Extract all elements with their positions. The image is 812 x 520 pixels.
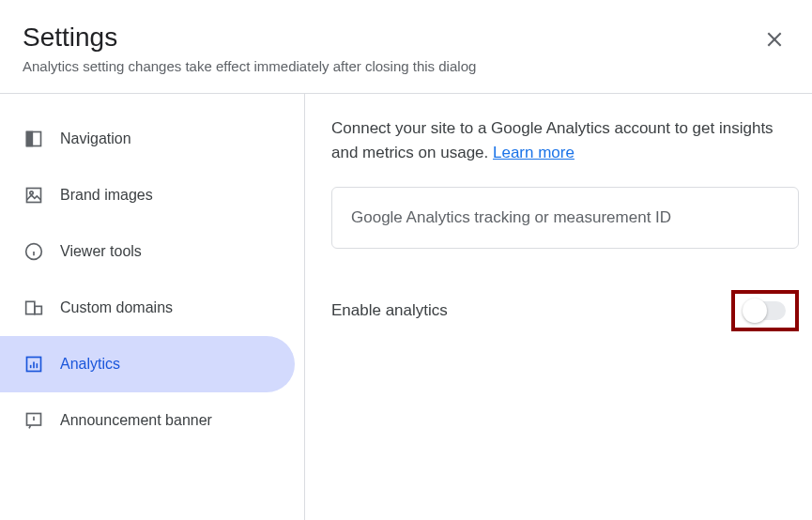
sidebar: Navigation Brand images Viewer tools Cus… xyxy=(0,94,305,520)
sidebar-item-brand-images[interactable]: Brand images xyxy=(0,167,295,223)
dialog-content: Navigation Brand images Viewer tools Cus… xyxy=(0,94,812,520)
image-icon xyxy=(23,184,45,206)
svg-rect-4 xyxy=(27,189,41,203)
sidebar-item-navigation[interactable]: Navigation xyxy=(0,111,295,167)
main-panel: Connect your site to a Google Analytics … xyxy=(305,94,812,520)
sidebar-item-label: Announcement banner xyxy=(60,412,212,429)
domains-icon xyxy=(23,297,45,319)
sidebar-item-custom-domains[interactable]: Custom domains xyxy=(0,280,295,336)
close-icon xyxy=(765,30,784,53)
sidebar-item-label: Custom domains xyxy=(60,299,173,316)
info-icon xyxy=(23,240,45,263)
sidebar-item-label: Brand images xyxy=(60,187,153,204)
enable-analytics-row: Enable analytics xyxy=(331,290,799,331)
enable-analytics-toggle[interactable] xyxy=(744,301,786,320)
navigation-icon xyxy=(23,128,45,150)
svg-rect-3 xyxy=(27,132,33,146)
svg-rect-9 xyxy=(26,301,35,314)
analytics-icon xyxy=(23,353,45,375)
close-button[interactable] xyxy=(763,30,786,53)
svg-point-5 xyxy=(30,191,33,194)
sidebar-item-viewer-tools[interactable]: Viewer tools xyxy=(0,223,295,280)
sidebar-item-label: Viewer tools xyxy=(60,243,142,260)
tracking-id-input[interactable] xyxy=(331,187,799,249)
page-title: Settings xyxy=(23,23,789,53)
sidebar-item-analytics[interactable]: Analytics xyxy=(0,336,295,392)
dialog-header: Settings Analytics setting changes take … xyxy=(0,0,812,94)
svg-rect-14 xyxy=(35,306,42,314)
announcement-icon xyxy=(23,409,45,432)
page-subtitle: Analytics setting changes take effect im… xyxy=(23,58,789,74)
sidebar-item-announcement-banner[interactable]: Announcement banner xyxy=(0,392,295,449)
sidebar-item-label: Analytics xyxy=(60,356,120,373)
highlight-box xyxy=(731,290,799,331)
toggle-thumb xyxy=(743,298,767,323)
enable-analytics-label: Enable analytics xyxy=(331,301,448,320)
analytics-description: Connect your site to a Google Analytics … xyxy=(331,116,799,164)
settings-dialog: Settings Analytics setting changes take … xyxy=(0,0,812,520)
learn-more-link[interactable]: Learn more xyxy=(493,144,575,161)
sidebar-item-label: Navigation xyxy=(60,130,131,147)
